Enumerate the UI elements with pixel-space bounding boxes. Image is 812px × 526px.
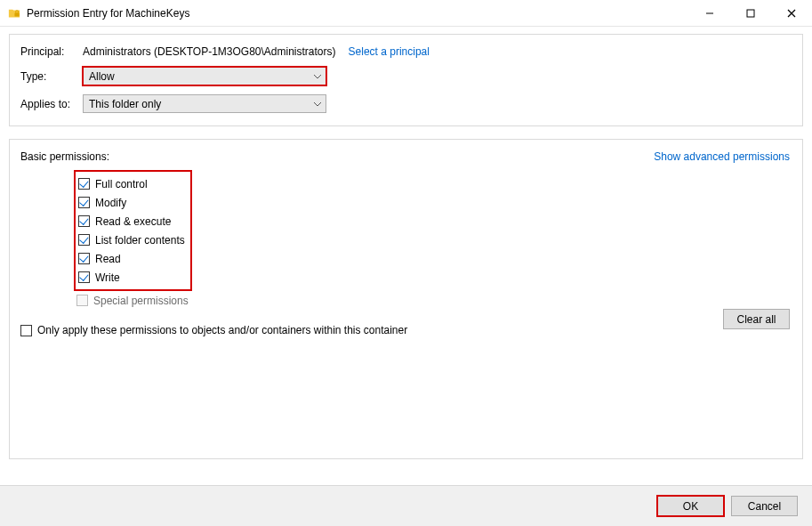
perm-list-folder[interactable]: List folder contents [78, 231, 185, 249]
perm-write[interactable]: Write [78, 268, 185, 287]
checkbox[interactable] [78, 197, 90, 208]
type-label: Type: [20, 70, 83, 83]
perm-modify[interactable]: Modify [78, 193, 185, 212]
applies-value: This folder only [89, 98, 161, 110]
maximize-button[interactable] [730, 0, 771, 27]
svg-rect-0 [14, 12, 19, 16]
window-title: Permission Entry for MachineKeys [27, 7, 189, 20]
svg-rect-2 [747, 10, 754, 17]
only-apply-checkbox[interactable] [20, 325, 32, 336]
cancel-button[interactable]: Cancel [731, 496, 798, 516]
checkbox[interactable] [78, 215, 90, 227]
type-dropdown[interactable]: Allow [83, 67, 326, 85]
type-value: Allow [89, 70, 115, 83]
permissions-panel: Basic permissions: Show advanced permiss… [9, 139, 803, 459]
perm-special: Special permissions [76, 291, 792, 310]
principal-panel: Principal: Administrators (DESKTOP-1M3OG… [9, 34, 803, 126]
select-principal-link[interactable]: Select a principal [349, 45, 430, 58]
minimize-button[interactable] [689, 0, 730, 27]
applies-dropdown[interactable]: This folder only [83, 94, 326, 113]
principal-value: Administrators (DESKTOP-1M3OG80\Administ… [83, 45, 336, 58]
checkbox[interactable] [78, 253, 90, 264]
clear-all-button[interactable]: Clear all [723, 309, 790, 329]
show-advanced-link[interactable]: Show advanced permissions [654, 150, 790, 163]
principal-label: Principal: [20, 45, 83, 58]
ok-button[interactable]: OK [657, 496, 724, 516]
chevron-down-icon [313, 100, 322, 109]
perm-full-control[interactable]: Full control [78, 174, 185, 193]
checkbox[interactable] [78, 234, 90, 246]
folder-lock-icon [7, 6, 21, 20]
dialog-footer: OK Cancel [0, 485, 812, 526]
checkbox[interactable] [78, 271, 90, 283]
applies-label: Applies to: [20, 98, 83, 110]
titlebar: Permission Entry for MachineKeys [0, 0, 812, 27]
basic-permissions-group: Full control Modify Read & execute List … [74, 170, 192, 291]
checkbox [76, 295, 88, 306]
close-button[interactable] [771, 0, 812, 27]
chevron-down-icon [313, 72, 322, 81]
checkbox[interactable] [78, 178, 90, 190]
only-apply-label: Only apply these permissions to objects … [37, 324, 407, 336]
only-apply-row[interactable]: Only apply these permissions to objects … [20, 324, 792, 336]
perm-read[interactable]: Read [78, 249, 185, 268]
perm-read-execute[interactable]: Read & execute [78, 212, 185, 231]
